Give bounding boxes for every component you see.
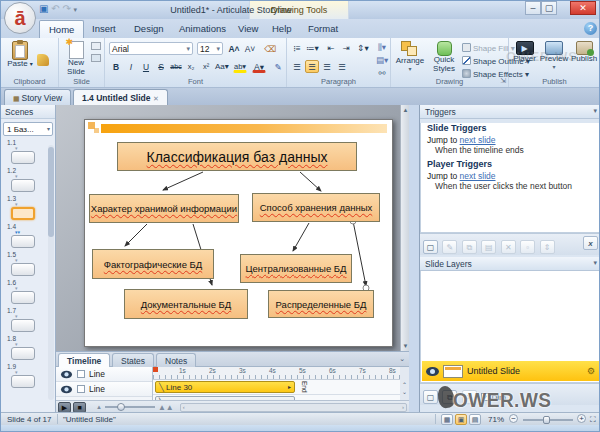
- story-view-button[interactable]: ▦: [441, 414, 453, 425]
- variables-button[interactable]: x: [583, 236, 598, 250]
- preview-view-button[interactable]: ▤: [469, 414, 481, 425]
- timeline-object-row[interactable]: Line: [56, 367, 152, 382]
- tab-design[interactable]: Design: [125, 20, 173, 38]
- scene-slide-item[interactable]: 1.9▾: [1, 363, 55, 391]
- new-slide-button[interactable]: ✱ New Slide: [61, 41, 91, 77]
- normal-view-button[interactable]: ▣: [455, 414, 467, 425]
- zoom-out-icon[interactable]: −: [509, 414, 518, 423]
- zoom-out-small-icon[interactable]: ▲: [96, 404, 102, 410]
- tab-notes[interactable]: Notes: [156, 353, 196, 367]
- next-slide-link[interactable]: next slide: [460, 171, 496, 181]
- clear-formatting-icon[interactable]: ⌫: [263, 42, 277, 55]
- slide-layout-icon[interactable]: [91, 54, 101, 62]
- tab-view[interactable]: View: [229, 20, 267, 38]
- bullets-button[interactable]: ⁝≡: [290, 41, 304, 54]
- decrease-indent-button[interactable]: ⇤: [324, 41, 338, 54]
- new-trigger-button[interactable]: ▢: [423, 240, 438, 254]
- lock-checkbox[interactable]: [77, 370, 85, 378]
- tab-animations[interactable]: Animations: [170, 20, 235, 38]
- flowchart-box[interactable]: Способ хранения данных: [252, 193, 380, 222]
- scene-selector-dropdown[interactable]: 1 Баз... ▾: [3, 122, 53, 136]
- flowchart-box-title[interactable]: Классификация баз данных: [117, 142, 357, 171]
- justify-button[interactable]: ☰: [335, 60, 349, 73]
- align-center-button[interactable]: ☰: [305, 60, 319, 73]
- text-direction-icon[interactable]: ⫼▾: [375, 40, 389, 53]
- slide[interactable]: Классификация баз данных Характер храним…: [84, 119, 393, 347]
- lock-checkbox[interactable]: [77, 385, 85, 393]
- playhead-marker[interactable]: [153, 367, 158, 372]
- shadow-button[interactable]: S: [154, 60, 168, 73]
- tab-home[interactable]: Home: [39, 20, 84, 38]
- tab-timeline[interactable]: Timeline: [58, 353, 110, 367]
- qat-dropdown-icon[interactable]: ▾: [74, 6, 78, 14]
- duplicate-slide-icon[interactable]: [91, 42, 101, 50]
- tab-insert[interactable]: Insert: [83, 20, 125, 38]
- underline-button[interactable]: U: [139, 60, 153, 73]
- subscript-button[interactable]: x₂: [184, 60, 198, 73]
- tab-format[interactable]: Format: [299, 20, 347, 38]
- slide-layers-header[interactable]: Slide Layers ▾: [420, 257, 600, 271]
- redo-icon[interactable]: ↷: [62, 3, 70, 14]
- line-spacing-button[interactable]: ⇕▾: [356, 41, 370, 54]
- quick-styles-button[interactable]: Quick Styles: [428, 41, 460, 74]
- scenes-scrollbar[interactable]: [48, 145, 54, 400]
- tab-story-view[interactable]: ▦ Story View: [4, 89, 71, 105]
- base-layer-row[interactable]: Untitled Slide ⚙: [422, 361, 599, 381]
- text-pen-icon[interactable]: ✎: [271, 60, 285, 73]
- grow-font-button[interactable]: A˄: [227, 42, 241, 55]
- align-right-button[interactable]: ☰: [320, 60, 334, 73]
- scene-slide-item-selected[interactable]: 1.3▾: [1, 195, 55, 223]
- help-icon[interactable]: ?: [584, 22, 597, 35]
- arrange-button[interactable]: Arrange ▾: [393, 41, 427, 72]
- bold-button[interactable]: B: [109, 60, 123, 73]
- timeline-ruler[interactable]: 1s 2s 3s 4s 5s 6s 7s 8s: [153, 367, 400, 380]
- close-tab-icon[interactable]: ✕: [153, 95, 159, 102]
- flowchart-box[interactable]: Фактографические БД: [92, 249, 214, 279]
- zoom-in-icon[interactable]: +: [577, 414, 586, 423]
- numbering-button[interactable]: ≔▾: [305, 41, 319, 54]
- strikethrough-button[interactable]: abc: [169, 60, 183, 73]
- paste-button[interactable]: Paste ▾: [5, 41, 35, 69]
- timeline-bar-selected[interactable]: ╲ Line 30 ▸: [155, 381, 295, 393]
- timeline-track-row[interactable]: ╲ Line 30 ▸ End: [153, 380, 400, 395]
- scene-slide-item[interactable]: 1.4▾▾: [1, 223, 55, 251]
- flowchart-box[interactable]: Распределенные БД: [268, 290, 374, 318]
- save-icon[interactable]: ▣: [39, 3, 48, 14]
- format-painter-icon[interactable]: [37, 54, 49, 66]
- eye-icon[interactable]: [61, 385, 72, 393]
- collapse-timeline-icon[interactable]: ⌄: [399, 355, 405, 363]
- maximize-button[interactable]: ▢: [541, 1, 557, 15]
- tab-help[interactable]: Help: [263, 20, 301, 38]
- italic-button[interactable]: I: [124, 60, 138, 73]
- change-case-button[interactable]: Aa▾: [214, 60, 228, 73]
- triggers-header[interactable]: Triggers ▾: [420, 105, 600, 119]
- timeline-h-scrollbar[interactable]: ‹ ›: [180, 403, 407, 412]
- paste-dropdown-icon[interactable]: ▾: [30, 61, 33, 67]
- scene-slide-item[interactable]: 1.5▾: [1, 251, 55, 279]
- align-text-icon[interactable]: ▤▾: [375, 53, 389, 66]
- highlight-color-button[interactable]: ab▾: [233, 60, 247, 73]
- flowchart-box[interactable]: Документальные БД: [124, 289, 248, 319]
- scene-slide-item[interactable]: 1.8▾: [1, 335, 55, 363]
- scene-slide-item[interactable]: 1.2▾: [1, 167, 55, 195]
- play-button[interactable]: ▶: [58, 402, 71, 413]
- timeline-row-scroll[interactable]: ⌃⌄: [402, 382, 407, 396]
- zoom-in-large-icon[interactable]: ▲▲: [158, 403, 174, 412]
- zoom-slider[interactable]: [523, 419, 573, 421]
- timeline-zoom-slider[interactable]: [105, 406, 155, 408]
- font-family-combo[interactable]: Arial▾: [109, 42, 193, 55]
- stop-button[interactable]: ■: [73, 402, 86, 413]
- eye-icon[interactable]: [426, 367, 439, 376]
- eye-icon[interactable]: [61, 370, 72, 378]
- tab-states[interactable]: States: [112, 353, 154, 367]
- gear-icon[interactable]: ⚙: [587, 366, 595, 376]
- superscript-button[interactable]: x²: [199, 60, 213, 73]
- close-button[interactable]: ✕: [570, 1, 596, 15]
- next-slide-link[interactable]: next slide: [460, 135, 496, 145]
- scene-slide-item[interactable]: 1.6▾: [1, 279, 55, 307]
- new-layer-button[interactable]: ▢: [423, 390, 438, 404]
- timeline-object-row[interactable]: Line: [56, 382, 152, 397]
- scene-slide-item[interactable]: 1.7▾: [1, 307, 55, 335]
- font-size-combo[interactable]: 12▾: [197, 42, 223, 55]
- align-left-button[interactable]: ☰: [290, 60, 304, 73]
